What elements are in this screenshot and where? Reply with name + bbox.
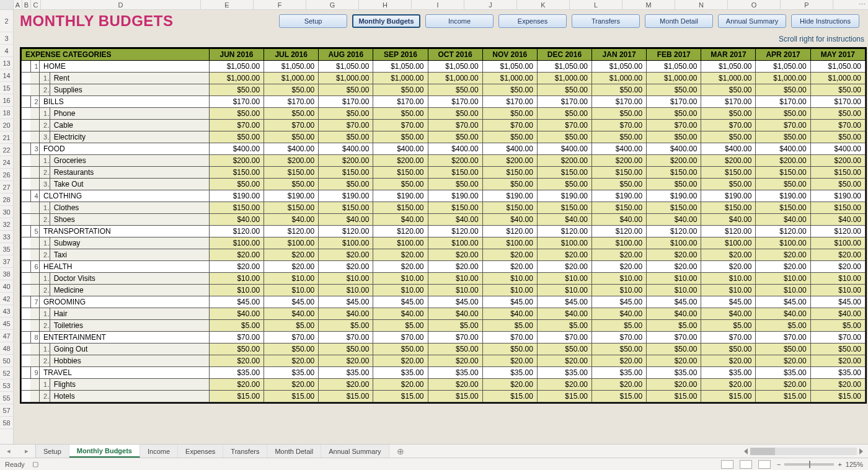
cell-value[interactable]: $20.00 <box>592 355 647 367</box>
subcategory-row[interactable]: 2Hotels$15.00$15.00$15.00$15.00$15.00$15… <box>22 391 866 402</box>
cell-value[interactable]: $10.00 <box>756 285 810 296</box>
category-total[interactable]: $400.00 <box>701 143 756 155</box>
cell-value[interactable]: $150.00 <box>592 202 647 214</box>
category-total[interactable]: $20.00 <box>264 261 319 273</box>
cell-value[interactable]: $10.00 <box>319 285 373 296</box>
cell-value[interactable]: $10.00 <box>701 273 756 285</box>
cell-value[interactable]: $50.00 <box>537 84 591 96</box>
category-total[interactable]: $170.00 <box>209 96 264 108</box>
cell-value[interactable]: $100.00 <box>756 237 810 249</box>
cell-value[interactable]: $150.00 <box>319 167 373 179</box>
zoom-out-icon[interactable]: − <box>777 461 781 468</box>
subcategory-name[interactable]: Going Out <box>50 344 209 355</box>
cell-value[interactable]: $20.00 <box>264 379 319 391</box>
sheet-tab-expenses[interactable]: Expenses <box>178 445 223 458</box>
category-total[interactable]: $70.00 <box>756 332 810 344</box>
cell-value[interactable]: $200.00 <box>482 155 537 167</box>
sheet-tab-transfers[interactable]: Transfers <box>223 445 267 458</box>
cell-value[interactable]: $50.00 <box>319 344 373 355</box>
cell-value[interactable]: $10.00 <box>264 273 319 285</box>
category-row[interactable]: 6HEALTH$20.00$20.00$20.00$20.00$20.00$20… <box>22 261 866 273</box>
cell-value[interactable]: $40.00 <box>264 214 319 226</box>
cell-value[interactable]: $150.00 <box>756 167 810 179</box>
cell-value[interactable]: $50.00 <box>373 179 428 190</box>
subcategory-name[interactable]: Phone <box>50 108 209 120</box>
category-total[interactable]: $190.00 <box>701 190 756 202</box>
col-F[interactable]: F <box>254 0 306 9</box>
subcategory-name[interactable]: Cable <box>50 120 209 131</box>
cell-value[interactable]: $40.00 <box>319 214 373 226</box>
cell-value[interactable]: $10.00 <box>209 285 264 296</box>
category-total[interactable]: $400.00 <box>810 143 865 155</box>
subcategory-row[interactable]: 3Take Out$50.00$50.00$50.00$50.00$50.00$… <box>22 179 866 190</box>
cell-value[interactable]: $20.00 <box>319 379 373 391</box>
col-G[interactable]: G <box>306 0 359 9</box>
subcategory-name[interactable]: Electricity <box>50 131 209 143</box>
cell-value[interactable]: $50.00 <box>482 344 537 355</box>
cell-value[interactable]: $50.00 <box>319 131 373 143</box>
sheet-tab-annual-summary[interactable]: Annual Summary <box>321 445 389 458</box>
cell-value[interactable]: $70.00 <box>482 120 537 131</box>
category-row[interactable]: 8ENTERTAINMENT$70.00$70.00$70.00$70.00$7… <box>22 332 866 344</box>
cell-value[interactable]: $100.00 <box>373 237 428 249</box>
category-total[interactable]: $120.00 <box>756 226 810 237</box>
cell-value[interactable]: $40.00 <box>482 308 537 320</box>
category-total[interactable]: $120.00 <box>373 226 428 237</box>
category-total[interactable]: $170.00 <box>319 96 373 108</box>
category-total[interactable]: $170.00 <box>592 96 647 108</box>
col-D[interactable]: D <box>41 0 201 9</box>
cell-value[interactable]: $10.00 <box>264 285 319 296</box>
cell-value[interactable]: $1,000.00 <box>373 73 428 84</box>
category-total[interactable]: $120.00 <box>810 226 865 237</box>
category-total[interactable]: $20.00 <box>647 261 701 273</box>
zoom-in-icon[interactable]: + <box>838 461 841 468</box>
category-total[interactable]: $20.00 <box>701 261 756 273</box>
cell-value[interactable]: $50.00 <box>592 179 647 190</box>
cell-value[interactable]: $20.00 <box>209 249 264 261</box>
category-total[interactable]: $20.00 <box>537 261 591 273</box>
budget-table[interactable]: EXPENSE CATEGORIES JUN 2016 JUL 2016 AUG… <box>21 48 866 402</box>
cell-value[interactable]: $50.00 <box>537 131 591 143</box>
sheet-tab-month-detail[interactable]: Month Detail <box>267 445 321 458</box>
cell-value[interactable]: $200.00 <box>592 155 647 167</box>
cell-value[interactable]: $40.00 <box>537 308 591 320</box>
view-page-break-icon[interactable] <box>758 460 771 469</box>
cell-value[interactable]: $200.00 <box>647 155 701 167</box>
cell-value[interactable]: $10.00 <box>209 273 264 285</box>
cell-value[interactable]: $50.00 <box>647 108 701 120</box>
subcategory-name[interactable]: Hobbies <box>50 355 209 367</box>
category-total[interactable]: $20.00 <box>428 261 482 273</box>
cell-value[interactable]: $5.00 <box>756 320 810 332</box>
cell-value[interactable]: $15.00 <box>647 391 701 402</box>
cell-value[interactable]: $200.00 <box>756 155 810 167</box>
cell-value[interactable]: $15.00 <box>701 391 756 402</box>
category-total[interactable]: $45.00 <box>647 296 701 308</box>
category-total[interactable]: $400.00 <box>373 143 428 155</box>
cell-value[interactable]: $20.00 <box>701 379 756 391</box>
cell-value[interactable]: $100.00 <box>428 237 482 249</box>
category-total[interactable]: $45.00 <box>319 296 373 308</box>
subcategory-name[interactable]: Rent <box>50 73 209 84</box>
category-total[interactable]: $190.00 <box>482 190 537 202</box>
category-total[interactable]: $20.00 <box>810 261 865 273</box>
col-E[interactable]: E <box>201 0 254 9</box>
category-row[interactable]: 3FOOD$400.00$400.00$400.00$400.00$400.00… <box>22 143 866 155</box>
cell-value[interactable]: $15.00 <box>592 391 647 402</box>
category-row[interactable]: 2BILLS$170.00$170.00$170.00$170.00$170.0… <box>22 96 866 108</box>
category-total[interactable]: $20.00 <box>209 261 264 273</box>
nav-button-hide-instructions[interactable]: Hide Instructions <box>791 14 859 28</box>
subcategory-row[interactable]: 2Medicine$10.00$10.00$10.00$10.00$10.00$… <box>22 285 866 296</box>
cell-value[interactable]: $50.00 <box>428 131 482 143</box>
category-total[interactable]: $45.00 <box>209 296 264 308</box>
cell-value[interactable]: $200.00 <box>264 155 319 167</box>
subcategory-row[interactable]: 2Shoes$40.00$40.00$40.00$40.00$40.00$40.… <box>22 214 866 226</box>
cell-value[interactable]: $50.00 <box>482 108 537 120</box>
col-L[interactable]: L <box>570 0 622 9</box>
cell-value[interactable]: $150.00 <box>482 202 537 214</box>
category-total[interactable]: $120.00 <box>537 226 591 237</box>
category-total[interactable]: $1,050.00 <box>647 61 701 73</box>
category-total[interactable]: $1,050.00 <box>428 61 482 73</box>
cell-value[interactable]: $150.00 <box>810 202 865 214</box>
cell-value[interactable]: $70.00 <box>209 120 264 131</box>
cell-value[interactable]: $50.00 <box>701 84 756 96</box>
